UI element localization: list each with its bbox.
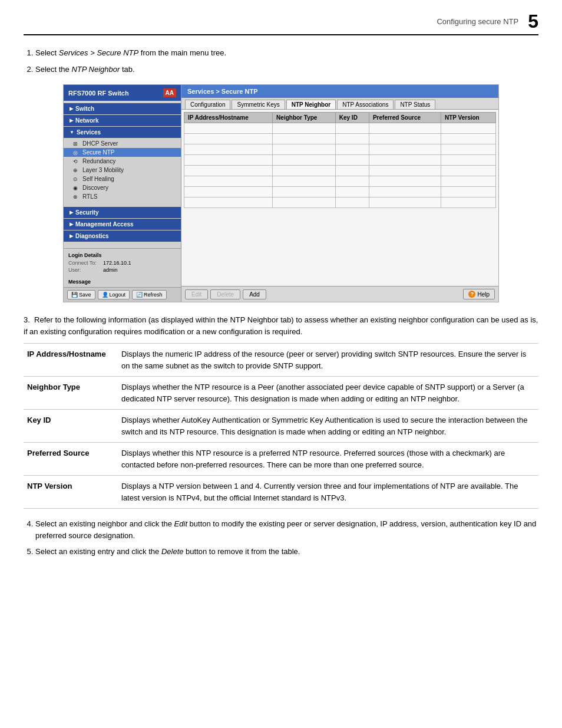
- col-ip: IP Address/Hostname: [184, 113, 273, 123]
- delete-button[interactable]: Delete: [210, 289, 240, 299]
- sidebar-item-self-healing[interactable]: ⊙ Self Healing: [64, 174, 181, 183]
- def-row-ntp-version: NTP Version Displays a NTP version betwe…: [24, 476, 538, 509]
- step3-text: 3. Refer to the following information (a…: [24, 314, 538, 337]
- sidebar-item-label: Network: [75, 117, 98, 124]
- logout-button[interactable]: 👤 Logout: [98, 290, 130, 299]
- edit-button[interactable]: Edit: [185, 289, 208, 299]
- sidebar-item-redundancy[interactable]: ⟲ Redundancy: [64, 157, 181, 166]
- logout-label: Logout: [110, 292, 126, 298]
- section-title: Configuring secure NTP: [437, 17, 518, 26]
- sidebar-item-label: Management Access: [75, 221, 134, 228]
- def-desc-neighbor-type: Displays whether the NTP resource is a P…: [118, 377, 538, 410]
- add-button[interactable]: Add: [243, 289, 266, 299]
- sidebar-item-label: Switch: [75, 106, 94, 112]
- refresh-label: Refresh: [144, 292, 163, 298]
- sidebar-item-label: Layer 3 Mobility: [82, 167, 124, 173]
- login-title: Login Details: [68, 252, 176, 258]
- tab-ntp-associations[interactable]: NTP Associations: [337, 100, 394, 109]
- tab-ntp-neighbor[interactable]: NTP Neighbor: [286, 100, 336, 109]
- sidebar-item-label: Self Healing: [82, 176, 114, 182]
- definition-table: IP Address/Hostname Displays the numeric…: [24, 343, 538, 509]
- connect-label: Connect To:: [68, 260, 101, 266]
- sidebar-item-layer3[interactable]: ⊕ Layer 3 Mobility: [64, 166, 181, 174]
- sidebar-item-switch[interactable]: ▶ Switch: [64, 103, 181, 114]
- table-row: [184, 123, 496, 134]
- tab-configuration[interactable]: Configuration: [185, 100, 230, 109]
- tab-bar: Configuration Symmetric Keys NTP Neighbo…: [181, 98, 498, 110]
- sidebar-item-network[interactable]: ▶ Network: [64, 115, 181, 126]
- sidebar-item-dhcp[interactable]: ⊞ DHCP Server: [64, 139, 181, 148]
- tab-symmetric-keys[interactable]: Symmetric Keys: [232, 100, 285, 109]
- redundancy-icon: ⟲: [73, 159, 80, 164]
- def-term-preferred-source: Preferred Source: [24, 443, 118, 476]
- intro-steps: Select Services > Secure NTP from the ma…: [24, 47, 538, 75]
- diagnostics-arrow-icon: ▶: [70, 233, 73, 239]
- step5-delete: Delete: [161, 547, 184, 556]
- tab-ntp-status[interactable]: NTP Status: [395, 100, 435, 109]
- logo-aa: AA: [163, 88, 176, 97]
- self-healing-icon: ⊙: [73, 176, 80, 182]
- sidebar-header: RFS7000 RF Switch AA: [64, 85, 181, 101]
- sidebar-title: RFS7000 RF Switch: [68, 90, 129, 97]
- sidebar-item-label: Discovery: [82, 185, 108, 191]
- sidebar-item-label: Security: [75, 209, 98, 216]
- step-1: Select Services > Secure NTP from the ma…: [35, 47, 538, 59]
- sidebar-item-discovery[interactable]: ◉ Discovery: [64, 183, 181, 192]
- def-term-ntp-version: NTP Version: [24, 476, 118, 509]
- help-label: Help: [477, 291, 490, 298]
- sidebar-item-services[interactable]: ▼ Services: [64, 127, 181, 138]
- def-term-ip: IP Address/Hostname: [24, 344, 118, 377]
- page-header: Configuring secure NTP 5: [24, 12, 538, 35]
- ntp-neighbor-table: IP Address/Hostname Neighbor Type Key ID…: [184, 112, 496, 208]
- switch-arrow-icon: ▶: [70, 106, 73, 111]
- services-arrow-icon: ▼: [70, 130, 74, 135]
- user-label: User:: [68, 267, 101, 273]
- table-row: [184, 144, 496, 155]
- layer3-icon: ⊕: [73, 167, 80, 173]
- def-desc-preferred-source: Displays whether this NTP resource is a …: [118, 443, 538, 476]
- login-details: Login Details Connect To: 172.16.10.1 Us…: [64, 248, 181, 278]
- refresh-button[interactable]: 🔄 Refresh: [132, 290, 167, 299]
- rtls-icon: ⊗: [73, 194, 80, 200]
- sidebar-action-buttons: 💾 Save 👤 Logout 🔄 Refresh: [64, 287, 181, 302]
- def-desc-ip: Displays the numeric IP address of the r…: [118, 344, 538, 377]
- logout-icon: 👤: [102, 292, 108, 298]
- main-content: Services > Secure NTP Configuration Symm…: [181, 85, 498, 302]
- col-ntp-version: NTP Version: [441, 113, 495, 123]
- page-number: 5: [528, 12, 538, 31]
- step1-menu: Services > Secure NTP: [59, 48, 138, 57]
- sidebar-item-diagnostics[interactable]: ▶ Diagnostics: [64, 230, 181, 242]
- def-row-ip: IP Address/Hostname Displays the numeric…: [24, 344, 538, 377]
- save-label: Save: [79, 292, 91, 298]
- table-row: [184, 197, 496, 208]
- step-4: Select an existing neighbor and click th…: [35, 518, 538, 541]
- main-title: Services > Secure NTP: [181, 85, 498, 98]
- login-user-row: User: admin: [68, 267, 176, 273]
- def-desc-ntp-version: Displays a NTP version between 1 and 4. …: [118, 476, 538, 509]
- table-row: [184, 187, 496, 197]
- login-connect-row: Connect To: 172.16.10.1: [68, 260, 176, 266]
- col-key-id: Key ID: [335, 113, 369, 123]
- save-icon: 💾: [71, 292, 78, 298]
- sidebar-item-label: RTLS: [82, 193, 97, 200]
- table-row: [184, 166, 496, 176]
- sidebar-item-security[interactable]: ▶ Security: [64, 207, 181, 218]
- dhcp-icon: ⊞: [73, 141, 80, 147]
- help-button[interactable]: ? Help: [463, 289, 495, 299]
- user-value: admin: [103, 267, 118, 273]
- network-arrow-icon: ▶: [70, 118, 73, 123]
- step4-edit: Edit: [174, 519, 187, 528]
- sidebar-item-rtls[interactable]: ⊗ RTLS: [64, 192, 181, 201]
- message-label: Message: [64, 278, 181, 287]
- table-area: IP Address/Hostname Neighbor Type Key ID…: [181, 110, 498, 286]
- sidebar-item-label: Diagnostics: [75, 233, 109, 239]
- sidebar-item-secure-ntp[interactable]: ◎ Secure NTP: [64, 148, 181, 157]
- step-2: Select the NTP Neighbor tab.: [35, 64, 538, 75]
- discovery-icon: ◉: [73, 185, 80, 191]
- sidebar-item-mgmt[interactable]: ▶ Management Access: [64, 219, 181, 230]
- table-row: [184, 155, 496, 166]
- def-row-neighbor-type: Neighbor Type Displays whether the NTP r…: [24, 377, 538, 410]
- def-row-preferred-source: Preferred Source Displays whether this N…: [24, 443, 538, 476]
- save-button[interactable]: 💾 Save: [67, 290, 95, 299]
- sidebar-item-label: Secure NTP: [82, 149, 114, 156]
